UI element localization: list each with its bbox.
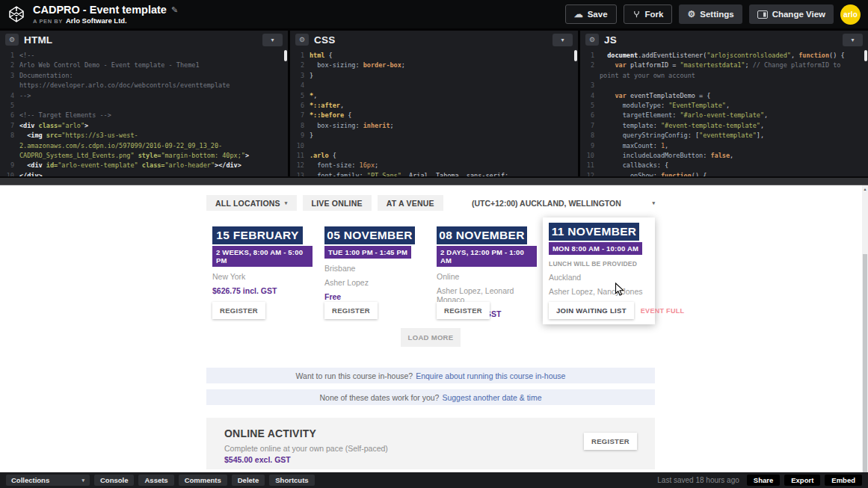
banner-row: None of these dates work for you?Suggest… [206, 389, 655, 405]
codepen-logo-icon[interactable] [7, 5, 25, 23]
banner-text: Want to run this course in-house? [296, 371, 413, 380]
event-detail-line: Online [437, 272, 537, 281]
line-number: 10 [290, 141, 310, 151]
code-line: 5 moduleType: "EventTemplate", [580, 101, 868, 111]
code-line: 3 [580, 81, 868, 90]
load-more-button[interactable]: LOAD MORE [401, 328, 461, 347]
editor-title-css: CSS [314, 34, 335, 46]
pen-title-block: CADPRO - Event template ✎ A PEN BY Arlo … [33, 4, 178, 25]
timezone-select[interactable]: (UTC+12:00) AUCKLAND, WELLINGTON ▾ [472, 199, 655, 208]
preview-pane: ALL LOCATIONS▾LIVE ONLINEAT A VENUE (UTC… [0, 185, 868, 472]
pen-author[interactable]: Arlo Software Ltd. [66, 16, 127, 25]
save-button[interactable]: ☁ Save [565, 4, 617, 24]
editor-scrollbar-thumb[interactable] [284, 50, 287, 61]
code-text: template: "#event-template-template", [600, 121, 764, 131]
panes-resizer-handle[interactable] [0, 176, 868, 185]
editor-collapse-chevron-icon[interactable]: ▾ [262, 34, 283, 46]
event-time-row: 2 WEEKS, 8:00 AM - 5:00 PM [212, 244, 313, 267]
scroll-up-icon[interactable]: ▴ [862, 186, 868, 191]
event-time-badge: TUE 1:00 PM - 1:45 PM [324, 246, 411, 259]
footer-export-button[interactable]: Export [784, 475, 820, 486]
filter-button-live-online[interactable]: LIVE ONLINE [303, 195, 372, 211]
code-editor-html[interactable]: 1<!--2Arlo Web Control Demo - Event temp… [0, 49, 288, 176]
scrollbar-thumb[interactable] [863, 254, 867, 472]
editor-settings-gear-icon[interactable]: ⚙ [295, 34, 309, 46]
fork-button[interactable]: Fork [624, 4, 673, 24]
footer-console-button[interactable]: Console [94, 475, 134, 486]
edit-pencil-icon[interactable]: ✎ [171, 5, 178, 15]
footer-shortcuts-button[interactable]: Shortcuts [269, 475, 314, 486]
footer-delete-button[interactable]: Delete [232, 475, 265, 486]
event-card[interactable]: 08 NOVEMBER2 DAYS, 12:00 PM - 1:00 AMOnl… [431, 221, 543, 324]
editor-collapse-chevron-icon[interactable]: ▾ [843, 34, 863, 46]
banner-link[interactable]: Enquire about running this course in-hou… [416, 371, 565, 380]
line-number: 13 [290, 171, 310, 176]
code-text: *, [310, 91, 317, 101]
register-button[interactable]: REGISTER [212, 302, 265, 319]
join-waiting-list-button[interactable]: JOIN WAITING LIST [549, 302, 634, 319]
editor-settings-gear-icon[interactable]: ⚙ [585, 34, 599, 46]
banners: Want to run this course in-house?Enquire… [206, 368, 655, 405]
event-price: Free [324, 292, 425, 301]
code-line: 11.arlo { [290, 151, 578, 161]
code-text: targetElement: "#arlo-event-template", [600, 111, 768, 120]
footer-share-button[interactable]: Share [747, 475, 780, 486]
settings-button[interactable]: ⚙ Settings [679, 4, 742, 24]
cloud-icon: ☁ [574, 10, 583, 19]
user-avatar[interactable]: arlo [840, 4, 861, 25]
banner-row: Want to run this course in-house?Enquire… [206, 368, 655, 383]
code-text: includeLoadMoreButton: false, [600, 151, 733, 161]
line-number [0, 141, 19, 151]
code-line: 6*::after, [290, 101, 578, 111]
code-line: 3} [290, 71, 578, 81]
register-button[interactable]: REGISTER [324, 302, 378, 319]
event-actions: REGISTER [212, 302, 316, 319]
filter-button-all-locations[interactable]: ALL LOCATIONS▾ [206, 195, 297, 211]
line-number: 5 [290, 91, 310, 101]
event-card[interactable]: 15 FEBRUARY2 WEEKS, 8:00 AM - 5:00 PMNew… [206, 221, 318, 324]
code-line: 5*, [290, 91, 578, 101]
code-editor-js[interactable]: 1 document.addEventListener("arlojscontr… [580, 49, 868, 176]
event-time-badge: 2 DAYS, 12:00 PM - 1:00 AM [437, 246, 537, 267]
line-number: 9 [290, 131, 310, 140]
footer-comments-button[interactable]: Comments [179, 475, 227, 486]
code-line: 2 var platformID = "mastertestdata1"; //… [580, 61, 868, 70]
code-line: 8 box-sizing: inherit; [290, 121, 578, 131]
editor-panel-css: ⚙CSS▾1html {2 box-sizing: border-box;3}4… [290, 31, 578, 176]
code-line: 2 box-sizing: border-box; [290, 61, 578, 70]
save-label: Save [588, 10, 608, 19]
banner-link[interactable]: Suggest another date & time [442, 393, 541, 402]
line-number: 12 [290, 161, 310, 170]
filter-button-at-a-venue[interactable]: AT A VENUE [378, 195, 443, 211]
code-text: CADPRO_Systems_Ltd_Events.png" style="ma… [19, 151, 249, 161]
code-line: 9} [290, 131, 578, 140]
line-number: 11 [580, 161, 600, 170]
footer-embed-button[interactable]: Embed [825, 475, 862, 486]
code-text: Arlo Web Control Demo - Event template -… [19, 61, 200, 70]
code-line: 8 <img src="https://s3-us-west- [0, 131, 288, 140]
change-view-button[interactable]: Change View [749, 4, 834, 24]
event-card[interactable]: 05 NOVEMBERTUE 1:00 PM - 1:45 PMBrisbane… [318, 221, 431, 324]
register-button[interactable]: REGISTER [584, 433, 637, 450]
code-line: 1<!-- [0, 51, 288, 61]
editor-scrollbar-thumb[interactable] [864, 50, 867, 61]
collections-dropdown[interactable]: Collections ▾ [6, 475, 90, 486]
line-number: 3 [290, 71, 310, 81]
line-number: 12 [580, 171, 600, 176]
editor-title-js: JS [604, 34, 617, 46]
register-button[interactable]: REGISTER [437, 302, 490, 319]
code-text: <div id="arlo-event-template" class="arl… [19, 161, 241, 170]
editor-scrollbar-thumb[interactable] [574, 50, 577, 61]
line-number: 6 [580, 111, 600, 120]
code-line: 1html { [290, 51, 578, 61]
code-text: html { [310, 51, 333, 61]
line-number: 10 [580, 151, 600, 161]
footer-assets-button[interactable]: Assets [138, 475, 173, 486]
code-editor-css[interactable]: 1html {2 box-sizing: border-box;3}45*,6*… [290, 49, 578, 176]
preview-scrollbar[interactable]: ▴ [862, 185, 868, 472]
editor-settings-gear-icon[interactable]: ⚙ [5, 34, 19, 46]
event-card[interactable]: 11 NOVEMBERMON 8:00 AM - 10:00 AMLUNCH W… [543, 217, 655, 324]
code-line: 6<!-- Target Elements --> [0, 111, 288, 120]
editor-collapse-chevron-icon[interactable]: ▾ [552, 34, 573, 46]
code-text: 2.amazonaws.com/s.cdpn.io/597099/2016-09… [19, 141, 222, 151]
